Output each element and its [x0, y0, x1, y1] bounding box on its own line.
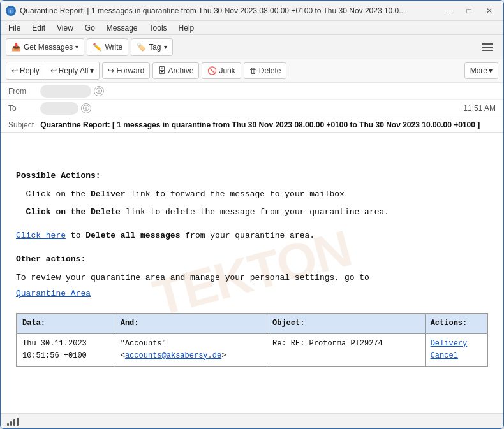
subject-row: Subject Quarantine Report: [ 1 messages … — [1, 117, 503, 133]
signal-icon — [7, 417, 19, 426]
to-address-bar: ⓘ — [40, 102, 463, 115]
maximize-button[interactable]: □ — [460, 4, 478, 17]
menu-edit[interactable]: Edit — [27, 22, 50, 34]
app-icon: T — [6, 6, 16, 16]
other-actions-line: To review your quarantine area and manag… — [16, 273, 369, 282]
delete-label: Delete — [259, 66, 281, 75]
get-messages-caret: ▾ — [75, 43, 78, 50]
more-caret: ▾ — [489, 66, 493, 75]
click-here-link[interactable]: Click here — [16, 231, 66, 240]
quarantine-area-link[interactable]: Quarantine Area — [16, 289, 91, 298]
delete-all-bold: Delete all messages — [85, 231, 180, 240]
titlebar: T Quarantine Report: [ 1 messages in qua… — [1, 1, 503, 21]
reply-all-button[interactable]: ↩ Reply All ▾ — [45, 62, 100, 79]
menu-tools[interactable]: Tools — [144, 22, 172, 34]
delete-button[interactable]: 🗑 Delete — [244, 62, 287, 79]
reply-group: ↩ Reply ↩ Reply All ▾ — [6, 62, 100, 80]
hamburger-menu[interactable] — [477, 41, 498, 54]
from-address-icon[interactable]: ⓘ — [94, 86, 104, 96]
to-address — [40, 102, 78, 115]
get-messages-label: Get Messages — [24, 43, 73, 52]
more-label: More — [470, 66, 487, 75]
email-body: TEKTON Possible Actions: Click on the De… — [1, 133, 503, 413]
forward-icon: ↪ — [108, 66, 114, 75]
other-actions-title: Other actions: — [16, 254, 85, 264]
minimize-button[interactable]: — — [440, 4, 457, 17]
delivery-link[interactable]: Delivery — [431, 339, 468, 348]
subject-value: Quarantine Report: [ 1 messages in quara… — [40, 120, 480, 129]
reply-all-label: Reply All — [59, 66, 89, 75]
table-header-object: Object: — [267, 314, 425, 333]
cancel-link[interactable]: Cancel — [431, 351, 458, 360]
window-controls: — □ ✕ — [440, 4, 498, 17]
table-cell-data: Thu 30.11.202310:51:56 +0100 — [17, 333, 115, 366]
statusbar — [1, 413, 503, 428]
from-label: From — [8, 87, 40, 96]
delete-all-rest: from your quarantine area. — [185, 231, 315, 240]
delete-icon: 🗑 — [249, 66, 257, 75]
accounts-email-link[interactable]: accounts@aksabersy.de — [125, 351, 221, 360]
table-cell-object: Re: RE: Proforma PI29274 — [267, 333, 425, 366]
archive-icon: 🗄 — [158, 66, 166, 75]
to-row: To ⓘ 11:51 AM — [1, 100, 503, 117]
possible-actions-line2-prefix: Click on the — [16, 207, 91, 217]
menubar: File Edit View Go Message Tools Help — [1, 21, 503, 35]
tag-label: Tag — [149, 43, 161, 52]
table-cell-actions: Delivery Cancel — [425, 333, 487, 366]
main-window: T Quarantine Report: [ 1 messages in qua… — [0, 0, 504, 429]
archive-button[interactable]: 🗄 Archive — [152, 62, 199, 79]
email-header: ↩ Reply ↩ Reply All ▾ ↪ Forward 🗄 Archiv… — [1, 59, 503, 133]
write-label: Write — [105, 43, 122, 52]
reply-icon: ↩ — [11, 66, 18, 75]
data-table-container: Data: And: Object: Actions: Thu 30.11.20… — [16, 313, 488, 367]
tag-caret: ▾ — [164, 43, 167, 50]
from-address — [40, 85, 91, 98]
email-timestamp: 11:51 AM — [463, 104, 496, 113]
junk-button[interactable]: 🚫 Junk — [202, 62, 241, 79]
quarantine-table: Data: And: Object: Actions: Thu 30.11.20… — [17, 314, 487, 367]
from-address-bar: ⓘ — [40, 85, 496, 98]
action-bar: ↩ Reply ↩ Reply All ▾ ↪ Forward 🗄 Archiv… — [1, 59, 503, 83]
possible-actions-title: Possible Actions: — [16, 171, 101, 180]
table-header-data: Data: — [17, 314, 115, 333]
subject-label: Subject — [8, 120, 38, 129]
more-button[interactable]: More ▾ — [464, 62, 498, 79]
table-cell-and: "Accounts"<accounts@aksabersy.de> — [115, 333, 267, 366]
to-address-icon[interactable]: ⓘ — [81, 103, 91, 113]
menu-message[interactable]: Message — [101, 22, 143, 34]
email-body-content: Possible Actions: Click on the Deliver l… — [16, 146, 488, 367]
reply-button[interactable]: ↩ Reply — [6, 62, 45, 79]
main-toolbar: 📥 Get Messages ▾ ✏️ Write 🏷️ Tag ▾ — [1, 35, 503, 59]
junk-label: Junk — [219, 66, 235, 75]
archive-label: Archive — [168, 66, 193, 75]
junk-icon: 🚫 — [207, 66, 217, 75]
to-label: To — [8, 104, 40, 113]
menu-file[interactable]: File — [3, 22, 26, 34]
forward-label: Forward — [116, 66, 144, 75]
table-header-actions: Actions: — [425, 314, 487, 333]
close-button[interactable]: ✕ — [480, 4, 498, 17]
get-messages-button[interactable]: 📥 Get Messages ▾ — [6, 38, 84, 56]
write-icon: ✏️ — [93, 43, 102, 52]
reply-label: Reply — [20, 66, 40, 75]
possible-actions-line1b: link to forward the message to your mail… — [126, 189, 345, 199]
reply-all-icon: ↩ — [50, 66, 57, 75]
write-button[interactable]: ✏️ Write — [87, 38, 128, 56]
window-title: Quarantine Report: [ 1 messages in quara… — [20, 6, 440, 15]
possible-actions-line2b: link to delete the message from your qua… — [121, 207, 389, 217]
download-icon: 📥 — [11, 43, 21, 52]
menu-help[interactable]: Help — [174, 22, 200, 34]
table-row: Thu 30.11.202310:51:56 +0100 "Accounts"<… — [17, 333, 487, 366]
table-header-and: And: — [115, 314, 267, 333]
delete-bold: Delete — [91, 207, 121, 217]
from-row: From ⓘ — [1, 83, 503, 100]
tag-button[interactable]: 🏷️ Tag ▾ — [131, 38, 172, 56]
menu-view[interactable]: View — [52, 22, 78, 34]
tag-icon: 🏷️ — [137, 43, 146, 52]
click-here-rest: to — [71, 231, 85, 240]
menu-go[interactable]: Go — [80, 22, 100, 34]
svg-text:T: T — [9, 9, 12, 13]
forward-button[interactable]: ↪ Forward — [102, 62, 150, 79]
reply-all-caret: ▾ — [90, 66, 94, 75]
possible-actions-line1: Click on the — [16, 189, 91, 199]
